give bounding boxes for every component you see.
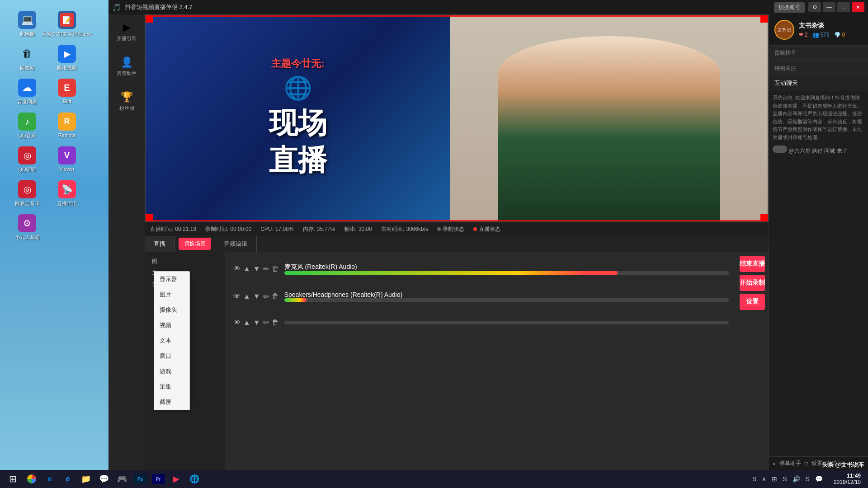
desktop-icon-edit[interactable]: E Edit [49,77,85,107]
taskbar-app5[interactable]: 🎮 [114,471,130,487]
taskbar-ps[interactable]: Ps [132,471,148,487]
mic-down-icon[interactable]: ▼ [253,265,260,273]
bullet-helper-label[interactable]: 弹幕助手 [779,460,801,467]
qqaudio-label: QQ听听 [18,166,36,173]
tray-icon-2[interactable]: ⊞ [770,474,779,483]
mic-up-icon[interactable]: ▲ [243,265,250,273]
desktop-icon-pc[interactable]: 💻 此电脑 [9,9,45,39]
speakers-up-icon[interactable]: ▲ [243,292,250,300]
taskbar-app8[interactable]: ▶ [168,471,184,487]
desktop-icon-remote[interactable]: R Remote [49,111,85,141]
dropdown-item-screenshot[interactable]: 截屏 [154,394,189,410]
speakers-delete-icon[interactable]: 🗑 [272,292,279,300]
dropdown-item-display[interactable]: 显示器 [154,272,189,287]
tray-icon-1[interactable]: S [750,474,758,483]
empty-up-icon[interactable]: ▲ [243,319,250,327]
video-area: 主题今廿无: 🌐 现场 直播 [145,14,769,222]
settings-button[interactable]: 设置 [740,294,765,310]
empty-visibility-icon[interactable]: 👁 [233,319,241,327]
taskbar-explorer[interactable]: 📁 [78,471,94,487]
dropdown-item-text[interactable]: 文本 [154,333,189,348]
end-live-button[interactable]: 结束直播 [740,256,765,272]
speakers-down-icon[interactable]: ▼ [253,292,260,300]
tray-icon-3[interactable]: S [781,474,788,483]
speakers-visibility-icon[interactable]: 👁 [233,292,241,300]
empty-edit-icon[interactable]: ✏ [263,318,269,327]
desktop-icon-recycle[interactable]: 🗑 回收站 [9,43,45,73]
desktop-icon-tencent[interactable]: ▶ 腾讯视频 [49,43,85,73]
taskbar-ie[interactable]: e [60,471,76,487]
mem-item: 内存: 35.77% [303,225,335,233]
dropdown-item-window[interactable]: 窗口 [154,348,189,364]
user-name: 文书杂谈 [799,22,863,30]
mem-label: 内存: [303,225,315,233]
taskbar-edge[interactable]: e [42,471,58,487]
tray-icon-5[interactable]: S [804,474,811,483]
chat-toggle[interactable] [773,145,787,153]
tray-expand-icon[interactable]: ∧ [760,474,768,483]
people-stat: 👥 573 [812,32,830,38]
dropdown-item-video[interactable]: 视频 [154,318,189,333]
switch-account-button[interactable]: 切换账号 [774,2,805,13]
mic-delete-icon[interactable]: 🗑 [272,265,279,273]
watermark-text: 头条 @文书说车 [822,461,864,468]
desktop-icon-ocr[interactable]: 📝 天若OCR文字识别.exe [49,9,85,39]
desktop-icon-xiaozhu[interactable]: ⚙ 小丸工具箱 [9,212,45,243]
record-time-label: 录制时间: [205,225,228,233]
tiktok-logo: 🎵 [112,3,121,12]
switch-scene-button[interactable]: 切换场景 [179,238,211,250]
desktop-icon-livecomp[interactable]: 📡 直播伴侣 [49,178,85,209]
settings-gear-button[interactable]: ⚙ [808,2,821,12]
app-window: 🎵 抖音短视频直播伴侣 2.4.7 切换账号 ⚙ — □ ✕ ▶ 开播引导 👤 … [108,0,868,470]
taskbar-icons: e e 📁 💬 🎮 Ps Pr ▶ 🌐 [24,471,749,487]
tab-scene[interactable]: 直播 [145,236,175,252]
tab-content: 图 文 摄 👁 ▲ ▼ [145,252,769,470]
start-button[interactable]: ⊞ [4,472,22,486]
chat-area[interactable]: 系统消息: 欢迎来到直播间！抖音提倡绿色健康直播，不提倡未成年人进行充值。直播内… [769,90,868,456]
sidebar-item-guide[interactable]: ▶ 开播引导 [111,19,142,45]
heart-icon: ❤ [799,32,803,38]
desktop-icon-netease[interactable]: ◎ 网易云音乐 [9,178,45,209]
tray-icon-4[interactable]: 🔊 [791,474,802,483]
user-avatar: 文书 说 [774,20,794,40]
dropdown-item-game[interactable]: 游戏 [154,364,189,379]
sidebar-item-fans[interactable]: 🏆 粉丝团 [111,89,142,114]
empty-down-icon[interactable]: ▼ [253,319,260,327]
empty-meter [284,321,729,324]
start-record-button[interactable]: 开始录制 [740,275,765,291]
app-body: ▶ 开播引导 👤 房管助手 🏆 粉丝团 主题今廿无: 🌐 [108,14,868,470]
user-chat-message: @六六哥 路过 同域 来了 [773,145,864,155]
taskbar-wechat[interactable]: 💬 [96,471,112,487]
taskbar-chrome[interactable] [24,471,40,487]
stream-sub-text: 直播 [269,141,327,180]
dropdown-item-image[interactable]: 图片 [154,287,189,302]
mic-label: 麦克风 (Realtek(R) Audio) [284,263,729,271]
desktop-icon-baidu[interactable]: ☁ 百度网盘 [9,77,45,107]
maximize-button[interactable]: □ [837,2,850,12]
mic-visibility-icon[interactable]: 👁 [233,265,241,273]
taskbar-pr[interactable]: Pr [150,471,166,487]
fans-icon: 🏆 [121,91,133,103]
minimize-button[interactable]: — [823,2,835,12]
dropdown-item-capture[interactable]: 采集 [154,379,189,394]
taskbar-clock[interactable]: 11:49 2019/12/10 [830,473,864,485]
speakers-edit-icon[interactable]: ✏ [263,292,269,301]
tab-audio[interactable]: 音频编辑 [215,236,257,252]
desktop-icon-viewer[interactable]: V Viewer [49,145,85,175]
desktop-icon-qqaudio[interactable]: ◎ QQ听听 [9,145,45,175]
live-time-value: 00:21:19 [175,226,196,232]
tray-notification-icon[interactable]: 💬 [813,474,825,483]
mic-edit-icon[interactable]: ✏ [263,265,269,273]
taskbar-app9[interactable]: 🌐 [186,471,203,487]
source-item-1[interactable]: 图 [148,256,222,267]
mic-meter [284,271,729,275]
sidebar-item-room[interactable]: 👤 房管助手 [111,54,142,80]
window-controls: ⚙ — □ ✕ [808,2,864,12]
dropdown-item-camera[interactable]: 摄像头 [154,302,189,318]
chat-settings-label[interactable]: 设置 [811,460,822,467]
action-buttons: 结束直播 开始录制 设置 [736,252,769,470]
close-button[interactable]: ✕ [852,2,864,12]
empty-delete-icon[interactable]: 🗑 [272,319,279,327]
desktop-icon-qqmusic[interactable]: ♪ QQ音乐 [9,111,45,141]
empty-track-info [284,321,729,324]
